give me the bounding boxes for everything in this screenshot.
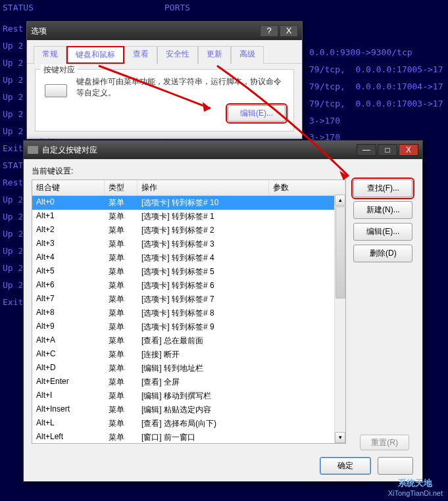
cell-type: 菜单 [105,418,137,430]
keymap-table[interactable]: 组合键 类型 操作 参数 Alt+0菜单[选项卡] 转到标签# 10Alt+1菜… [32,179,346,444]
col-type[interactable]: 类型 [105,180,137,195]
table-row[interactable]: Alt+6菜单[选项卡] 转到标签# 6 [32,279,345,293]
keymap-group-label: 按键对应 [41,64,78,76]
cell-combo: Alt+2 [32,224,105,237]
cell-combo: Alt+C [32,348,105,361]
cell-action: [编辑] 转到地址栏 [137,362,269,375]
cell-combo: Alt+I [32,390,105,402]
cell-action: [选项卡] 转到标签# 4 [137,252,269,264]
table-row[interactable]: Alt+4菜单[选项卡] 转到标签# 4 [32,251,345,265]
bg-port-line: 0.0.0:9300->9300/tcp [309,47,443,57]
table-row[interactable]: Alt+8菜单[选项卡] 转到标签# 8 [32,306,345,320]
table-scrollbar[interactable]: ▴ ▾ [334,195,345,443]
maximize-button[interactable]: □ [378,144,397,156]
cell-combo: Alt+7 [32,293,105,306]
options-title: 选项 [31,26,259,37]
bg-line: Up 2 [3,126,28,136]
cell-type: 菜单 [105,390,137,402]
cell-combo: Alt+6 [32,279,105,292]
edit-button[interactable]: 编辑(E)... [353,223,412,241]
cell-combo: Alt+Left [32,431,105,444]
edit-keymap-button[interactable]: 编辑(E)... [228,105,286,122]
cancel-button[interactable] [378,457,413,475]
table-row[interactable]: Alt+5菜单[选项卡] 转到标签# 5 [32,265,345,279]
cell-action: [选项卡] 转到标签# 3 [137,238,269,251]
tab-4[interactable]: 更新 [198,46,231,64]
current-keys-label: 当前键设置: [32,166,414,177]
table-row[interactable]: Alt+I菜单[编辑] 移动到撰写栏 [32,389,345,403]
bg-port-line: 79/tcp, 0.0.0.0:17005->17 [309,64,443,74]
minimize-button[interactable]: — [357,144,376,156]
cell-type: 菜单 [105,376,137,389]
col-param[interactable]: 参数 [269,180,345,195]
custom-keymap-window: 自定义按键对应 — □ X 当前键设置: 组合键 类型 操作 参数 Alt+0菜… [23,140,423,482]
cell-action: [查看] 总在最前面 [137,335,269,347]
bg-line: Up 2 [3,41,28,51]
cell-action: [选项卡] 转到标签# 9 [137,321,269,333]
new-button[interactable]: 新建(N)... [353,201,412,219]
bg-ports-label: PORTS [164,3,190,12]
side-button-panel: 查找(F)... 新建(N)... 编辑(E)... 删除(D) [353,179,412,266]
col-combo[interactable]: 组合键 [32,180,105,195]
table-row[interactable]: Alt+3菜单[选项卡] 转到标签# 3 [32,237,345,251]
cell-combo: Alt+Enter [32,376,105,389]
cell-action: [选项卡] 转到标签# 8 [137,307,269,320]
bg-line: Up 2 [3,75,28,85]
tab-1[interactable]: 键盘和鼠标 [66,46,124,64]
delete-button[interactable]: 删除(D) [353,245,412,262]
cell-combo: Alt+1 [32,210,105,223]
cell-action: [连接] 断开 [137,348,269,361]
options-tabs: 常规键盘和鼠标查看安全性更新高级 [27,40,302,64]
table-row[interactable]: Alt+2菜单[选项卡] 转到标签# 2 [32,224,345,237]
cell-type: 菜单 [105,279,137,292]
cell-combo: Alt+D [32,362,105,375]
table-row[interactable]: Alt+A菜单[查看] 总在最前面 [32,334,345,348]
scroll-up-button[interactable]: ▴ [335,195,345,206]
cell-action: [编辑] 移动到撰写栏 [137,390,269,402]
cell-combo: Alt+L [32,418,105,430]
table-row[interactable]: Alt+C菜单[连接] 断开 [32,348,345,362]
scroll-thumb[interactable] [336,206,345,298]
cell-action: [选项卡] 转到标签# 5 [137,266,269,278]
tab-0[interactable]: 常规 [34,46,66,64]
tab-3[interactable]: 安全性 [157,46,198,64]
bg-line: Rest [3,24,28,34]
table-row[interactable]: Alt+L菜单[查看] 选择布局(向下) [32,417,345,431]
cell-type: 菜单 [105,238,137,251]
help-button[interactable]: ? [260,25,278,37]
cell-action: [窗口] 前一窗口 [137,431,269,444]
cell-action: [编辑] 粘贴选定内容 [137,404,269,416]
bg-line: Up 2 [3,92,28,102]
table-row[interactable]: Alt+9菜单[选项卡] 转到标签# 9 [32,320,345,334]
watermark-logo: 系统天地 XiTongTianDi.net [388,477,443,497]
cell-type: 菜单 [105,362,137,375]
table-row[interactable]: Alt+7菜单[选项卡] 转到标签# 7 [32,293,345,306]
bg-port-line: 79/tcp, 0.0.0.0:17004->17 [309,82,443,91]
table-row[interactable]: Alt+Insert菜单[编辑] 粘贴选定内容 [32,403,345,417]
cell-type: 菜单 [105,224,137,237]
reset-button: 重置(R) [360,435,409,450]
table-row[interactable]: Alt+Left菜单[窗口] 前一窗口 [32,431,345,444]
options-titlebar[interactable]: 选项 ? X [27,22,302,40]
cell-type: 菜单 [105,197,137,209]
col-action[interactable]: 操作 [137,180,269,195]
close-button[interactable]: X [399,144,418,156]
cell-type: 菜单 [105,307,137,320]
cell-action: [查看] 全屏 [137,376,269,389]
ok-button[interactable]: 确定 [320,457,371,475]
cell-type: 菜单 [105,348,137,361]
scroll-down-button[interactable]: ▾ [335,432,345,443]
find-button[interactable]: 查找(F)... [353,179,412,197]
close-button[interactable]: X [280,25,298,37]
cell-type: 菜单 [105,266,137,278]
cell-type: 菜单 [105,293,137,306]
table-row[interactable]: Alt+1菜单[选项卡] 转到标签# 1 [32,210,345,224]
tab-5[interactable]: 高级 [231,46,264,64]
tab-2[interactable]: 查看 [124,46,157,64]
table-row[interactable]: Alt+0菜单[选项卡] 转到标签# 10 [32,196,345,210]
table-row[interactable]: Alt+Enter菜单[查看] 全屏 [32,375,345,389]
window-icon [28,146,38,154]
table-row[interactable]: Alt+D菜单[编辑] 转到地址栏 [32,362,345,375]
keymap-titlebar[interactable]: 自定义按键对应 — □ X [24,141,422,159]
cell-combo: Alt+8 [32,307,105,320]
